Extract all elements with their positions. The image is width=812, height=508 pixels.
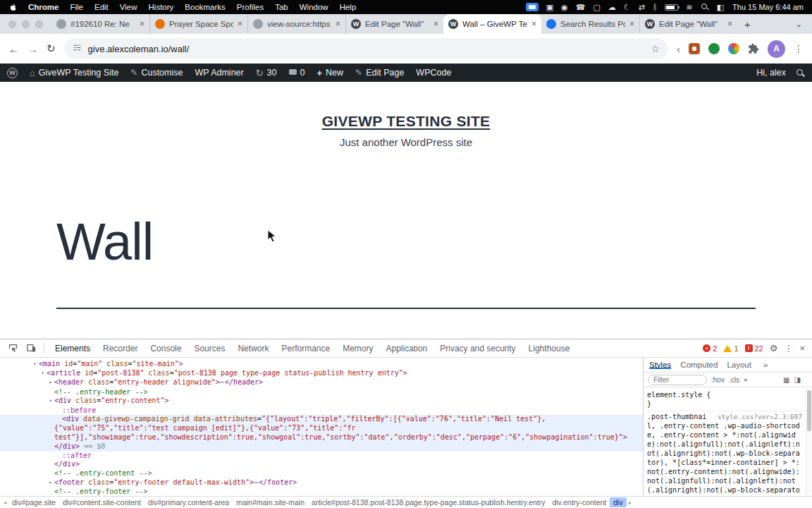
site-settings-icon[interactable] xyxy=(73,43,82,54)
devtools-tab-console[interactable]: Console xyxy=(144,339,187,357)
dom-tree-line[interactable]: ▸<footer class="entry-footer default-max… xyxy=(0,478,643,488)
menu-bookmarks[interactable]: Bookmarks xyxy=(185,3,226,11)
grid-icon[interactable]: ▦ xyxy=(783,376,789,384)
dom-tree[interactable]: ▾<main id="main" class="site-main">▾<art… xyxy=(0,358,643,496)
devtools-tab-performance[interactable]: Performance xyxy=(275,339,336,357)
sync-icon[interactable]: ⇄ xyxy=(639,3,645,11)
dom-tree-line[interactable]: ▾<main id="main" class="site-main"> xyxy=(0,360,643,369)
breadcrumb-item[interactable]: div#page.site xyxy=(8,498,59,507)
screen-mirroring-icon[interactable] xyxy=(526,3,539,11)
styles-quick-cls[interactable]: .cls xyxy=(729,376,739,384)
styles-quick-[interactable]: + xyxy=(744,376,748,384)
devtools-close-icon[interactable]: × xyxy=(799,343,805,353)
breadcrumb-item[interactable]: div.entry-content xyxy=(548,498,610,507)
tab-close-icon[interactable]: × xyxy=(336,19,340,29)
tab-close-icon[interactable]: × xyxy=(531,19,536,29)
close-window-button[interactable] xyxy=(8,20,16,28)
moon-icon[interactable]: ☾ xyxy=(624,3,631,11)
breadcrumb-item[interactable]: div xyxy=(610,497,626,507)
console-errors-badge[interactable]: ×2 xyxy=(703,344,717,353)
breadcrumb-item[interactable]: main#main.site-main xyxy=(233,498,308,507)
menu-view[interactable]: View xyxy=(120,3,137,11)
browser-tab[interactable]: WWall – GiveWP Tes× xyxy=(443,14,541,34)
adminbar-item-updates[interactable]: 30 xyxy=(256,68,277,78)
devtools-settings-icon[interactable]: ⚙ xyxy=(770,343,778,353)
tab-close-icon[interactable]: × xyxy=(727,19,732,29)
dom-tree-line[interactable]: ▸<header class="entry-header alignwide">… xyxy=(0,378,643,387)
devtools-tab-lighthouse[interactable]: Lighthouse xyxy=(522,339,577,357)
scrollbar-thumb[interactable] xyxy=(807,390,811,431)
back-icon[interactable]: ← xyxy=(8,43,19,55)
camera-icon[interactable]: ▣ xyxy=(546,3,553,11)
dom-tree-line[interactable]: </div> xyxy=(0,460,643,469)
styles-tab-computed[interactable]: Computed xyxy=(680,361,718,369)
menu-window[interactable]: Window xyxy=(300,3,328,11)
menu-help[interactable]: Help xyxy=(340,3,357,11)
record-icon[interactable]: ◉ xyxy=(561,3,568,11)
style-source-link[interactable]: style.css?ver=2.3:697 xyxy=(718,412,802,421)
dom-tree-line[interactable]: ▾<div class="entry-content"> xyxy=(0,397,643,406)
browser-menu-icon[interactable]: ⋮ xyxy=(794,43,804,54)
dom-tree-line[interactable]: ::before xyxy=(0,406,643,416)
dom-tree-line[interactable]: <!-- .entry-footer --> xyxy=(0,488,643,496)
computed-panel-icon[interactable]: ◨ xyxy=(794,376,801,384)
menubar-app-name[interactable]: Chrome xyxy=(28,3,59,11)
browser-tab[interactable]: WEdit Page "Wall"× xyxy=(345,14,443,34)
cloud-icon[interactable]: ☁ xyxy=(608,3,616,11)
tab-close-icon[interactable]: × xyxy=(140,19,144,29)
adminbar-item-wpcode[interactable]: WPCode xyxy=(416,68,451,78)
adminbar-greeting[interactable]: Hi, alex xyxy=(756,68,786,78)
adminbar-item-comments[interactable]: 0 xyxy=(289,68,305,78)
devtools-tab-elements[interactable]: Elements xyxy=(49,339,97,357)
adminbar-item-customise[interactable]: Customise xyxy=(130,68,183,78)
wifi-icon[interactable]: ≋ xyxy=(686,3,692,11)
apple-icon[interactable] xyxy=(8,2,17,12)
browser-tab[interactable]: view-source:https× xyxy=(247,14,345,34)
spotlight-icon[interactable] xyxy=(701,3,709,11)
styles-scrollbar[interactable] xyxy=(806,388,812,496)
dom-tree-line[interactable]: <!-- .entry-content --> xyxy=(0,469,643,478)
expand-arrow-icon[interactable]: ▾ xyxy=(31,360,39,369)
forward-icon[interactable]: → xyxy=(27,43,38,55)
styles-filter-input[interactable] xyxy=(648,375,707,385)
battery-icon[interactable] xyxy=(665,4,678,11)
extension-icon-2[interactable] xyxy=(708,43,720,54)
menu-history[interactable]: History xyxy=(149,3,174,11)
devtools-tab-application[interactable]: Application xyxy=(380,339,434,357)
breadcrumb-item[interactable]: div#primary.content-area xyxy=(144,498,233,507)
site-title-link[interactable]: GIVEWP TESTING SITE xyxy=(0,113,812,130)
inspect-element-icon[interactable] xyxy=(4,343,21,353)
expand-arrow-icon[interactable]: ▾ xyxy=(47,397,54,406)
display-icon[interactable]: ▢ xyxy=(593,3,600,11)
dom-tree-line[interactable]: ::after xyxy=(0,452,643,461)
styles-quick-hov[interactable]: :hov xyxy=(711,376,725,384)
crumb-scroll-left-icon[interactable]: ◂ xyxy=(1,500,8,506)
menu-tab[interactable]: Tab xyxy=(275,3,288,11)
extensions-puzzle-icon[interactable] xyxy=(748,43,759,54)
profile-avatar[interactable]: A xyxy=(768,40,785,58)
adminbar-item-wp-adminer[interactable]: WP Adminer xyxy=(195,68,243,78)
device-toolbar-icon[interactable] xyxy=(23,343,39,353)
expand-arrow-icon[interactable]: ▾ xyxy=(39,369,47,378)
dom-tree-line[interactable]: <div data-givewp-campaign-grid data-attr… xyxy=(0,415,643,451)
styles-tab-layout[interactable]: Layout xyxy=(727,361,751,369)
adminbar-item-site-name[interactable]: GiveWP Testing Site xyxy=(30,68,118,78)
extensions-overflow-icon[interactable]: ‹ xyxy=(677,43,680,55)
breadcrumb-item[interactable]: div#content.site-content xyxy=(59,498,144,507)
adminbar-item-wp-logo[interactable] xyxy=(7,68,18,78)
issues-badge[interactable]: !22 xyxy=(745,344,763,353)
extension-icon-1[interactable] xyxy=(689,43,700,54)
styles-tab-styles[interactable]: Styles xyxy=(649,361,671,369)
phone-icon[interactable]: ☎ xyxy=(576,3,586,11)
adminbar-item-edit-page[interactable]: Edit Page xyxy=(355,68,404,78)
tab-close-icon[interactable]: × xyxy=(433,19,438,29)
expand-arrow-icon[interactable]: ▸ xyxy=(47,378,54,387)
expand-arrow-icon[interactable]: ▸ xyxy=(47,478,54,488)
new-tab-button[interactable]: + xyxy=(737,18,758,30)
minimize-window-button[interactable] xyxy=(22,20,30,28)
bookmark-star-icon[interactable]: ☆ xyxy=(651,43,660,54)
tab-close-icon[interactable]: × xyxy=(238,19,242,29)
devtools-tab-network[interactable]: Network xyxy=(231,339,275,357)
console-warnings-badge[interactable]: 1 xyxy=(723,344,738,353)
devtools-tab-sources[interactable]: Sources xyxy=(187,339,231,357)
